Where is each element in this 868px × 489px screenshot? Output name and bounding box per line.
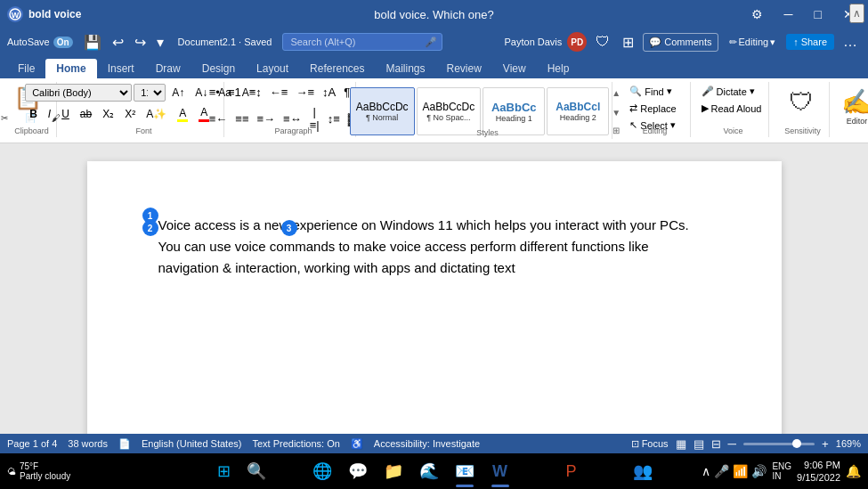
more-options-button[interactable]: … [840,32,861,52]
settings-button[interactable]: ⚙ [744,4,770,25]
taskbar-mail[interactable]: ✉ [591,455,623,487]
tab-design[interactable]: Design [191,59,246,78]
zoom-in-button[interactable]: + [822,437,829,451]
tab-review[interactable]: Review [436,59,492,78]
chevron-tray-icon[interactable]: ∧ [702,464,710,478]
search-wrapper: 🎤 [282,33,442,51]
windows-start-button[interactable]: ⊞ [210,457,239,485]
tab-insert[interactable]: Insert [97,59,145,78]
taskbar-word[interactable]: W [484,455,516,487]
underline-button[interactable]: U [57,106,74,122]
find-button[interactable]: 🔍 Find ▾ [626,84,679,99]
mic-tray-icon[interactable]: 🎤 [714,464,729,478]
search-input[interactable] [282,33,442,51]
editing-label: Editing [620,126,690,135]
line-spacing-button[interactable]: ↕≡ [324,110,344,127]
bold-button[interactable]: B [25,106,42,122]
share-button[interactable]: ↑ Share [786,34,834,50]
task-view-button[interactable]: ⧉ [274,457,303,485]
redo-button[interactable]: ↪ [131,32,150,53]
tab-references[interactable]: References [299,59,375,78]
notifications-icon[interactable]: 🔔 [846,464,861,478]
subscript-button[interactable]: X₂ [98,106,118,122]
replace-icon: ⇄ [629,102,637,114]
sort-button[interactable]: ↕A [319,84,339,101]
status-bar-left: Page 1 of 4 38 words 📄 English (United S… [7,438,480,450]
editor-button[interactable]: ✍ Editor [841,87,868,126]
save-icon-button[interactable]: 💾 [80,32,105,53]
sensitivity-button[interactable]: 🛡 [789,87,814,117]
taskbar-widgets[interactable]: 🌐 [306,455,338,487]
editing-button[interactable]: ✏ Editing ▾ [724,34,782,51]
title-bar-controls: ⚙ ─ □ ✕ [665,4,861,25]
taskbar-settings[interactable]: ⚙ [520,455,552,487]
taskbar-teams[interactable]: 👥 [627,455,659,487]
wifi-icon[interactable]: 📶 [733,464,748,478]
tab-mailings[interactable]: Mailings [375,59,435,78]
bullets-button[interactable]: ≡• [206,84,223,101]
zoom-out-button[interactable]: ─ [728,437,736,451]
microsoft-icon-button[interactable]: 🛡 [592,32,613,52]
taskbar-chat[interactable]: 💬 [342,455,374,487]
superscript-button[interactable]: X² [120,106,140,122]
layout-view-2[interactable]: ▤ [694,437,704,451]
status-bar: Page 1 of 4 38 words 📄 English (United S… [0,434,868,453]
tab-home[interactable]: Home [45,59,96,78]
speaker-icon[interactable]: 🔊 [751,464,767,478]
increase-indent-button[interactable]: →≡ [292,84,318,101]
more-commands-button[interactable]: ▾ [153,32,167,53]
strikethrough-button[interactable]: ab [76,106,96,122]
align-center-button[interactable]: ≡≡ [231,110,252,127]
tab-file[interactable]: File [7,59,45,78]
taskbar-outlook[interactable]: 📧 [449,455,481,487]
document-text[interactable]: Voice access is a new experience on Wind… [158,215,710,279]
tab-help[interactable]: Help [537,59,580,78]
highlight-button[interactable]: A [173,105,192,124]
tab-draw[interactable]: Draw [145,59,191,78]
read-aloud-button[interactable]: ▶ Read Aloud [698,101,766,116]
maximize-button[interactable]: □ [807,4,829,25]
autosave-section: AutoSave On [7,37,73,48]
search-taskbar-button[interactable]: 🔍 [242,457,271,485]
windows-icon: ⊞ [217,461,231,481]
multilevel-button[interactable]: ≡↕ [246,84,265,101]
decrease-indent-button[interactable]: ←≡ [266,84,292,101]
chat-icon: 💬 [348,461,368,481]
zoom-slider[interactable] [743,443,815,445]
layout-view-3[interactable]: ⊟ [711,437,721,451]
taskbar-left: 🌤 75°F Partly cloudy [7,461,70,481]
apps-button[interactable]: ⊞ [619,32,637,53]
tab-view[interactable]: View [492,59,537,78]
comments-button[interactable]: 💬 Comments [643,33,718,52]
italic-button[interactable]: I [44,106,55,122]
focus-button[interactable]: ⊡ Focus [631,438,669,450]
layout-view-1[interactable]: ▦ [676,437,686,451]
taskbar-explorer[interactable]: 📁 [377,455,410,487]
justify-button[interactable]: ≡↔ [280,110,305,127]
undo-button[interactable]: ↩ [109,32,127,53]
increase-font-button[interactable]: A↑ [167,85,189,101]
document-page[interactable]: 1 2 3 Voice access is a new experience o… [87,161,782,434]
minimize-button[interactable]: ─ [777,4,800,25]
word-count: 38 words [68,438,108,449]
weather-section[interactable]: 🌤 75°F Partly cloudy [7,461,70,481]
collapse-ribbon-button[interactable]: ∧ [849,4,864,23]
taskbar-edge[interactable]: 🌊 [413,455,445,487]
read-aloud-icon: ▶ [702,102,709,114]
replace-button[interactable]: ⇄ Replace [626,101,679,116]
numbering-button[interactable]: ≡1 [224,84,245,101]
user-avatar[interactable]: PD [567,32,587,52]
word-active-indicator [491,485,509,487]
align-right-button[interactable]: ≡→ [254,110,280,127]
dictate-button[interactable]: 🎤 Dictate ▾ [698,84,758,99]
font-size-select[interactable]: 11 [134,84,166,102]
font-name-select[interactable]: Calibri (Body) [25,84,132,102]
taskbar-powerpoint[interactable]: P [556,455,588,487]
tab-layout[interactable]: Layout [246,59,299,78]
text-effects-button[interactable]: A✨ [142,106,171,122]
align-left-button[interactable]: ≡← [206,110,231,127]
voice-marker-2: 2 [142,220,158,236]
cut-button[interactable]: ✂ [0,112,17,124]
focus-label: Focus [642,438,669,449]
autosave-toggle[interactable]: On [53,37,73,48]
